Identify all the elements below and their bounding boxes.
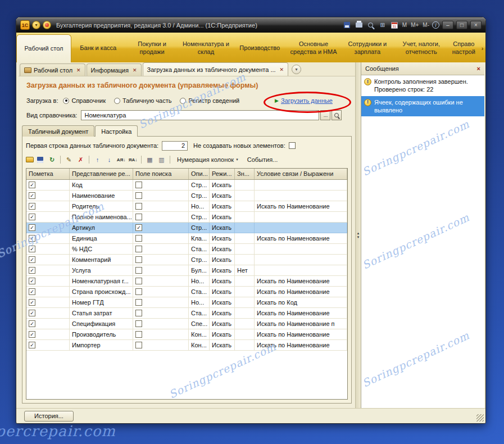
table-row[interactable]: ✓УслугаБул...ИскатьНет bbox=[26, 265, 347, 276]
column-header[interactable]: Зн... bbox=[235, 169, 255, 179]
open-catalog-button[interactable] bbox=[332, 110, 342, 120]
load-target-radio[interactable]: Регистр сведений bbox=[180, 97, 239, 104]
memory-minus-button[interactable]: M- bbox=[421, 22, 430, 28]
document-tab[interactable]: Загрузка данных из табличного документа … bbox=[143, 62, 289, 76]
search-field-checkbox[interactable] bbox=[135, 320, 142, 327]
events-button[interactable]: События... bbox=[243, 155, 282, 165]
column-header[interactable]: Условие связи / Выражени bbox=[255, 169, 347, 179]
load-target-radio[interactable]: Справочник bbox=[63, 97, 106, 104]
search-button[interactable] bbox=[366, 21, 376, 30]
table-row[interactable]: ✓Номер ГТДНо...ИскатьИскать по Код bbox=[26, 297, 347, 308]
section-tab[interactable]: Производство bbox=[233, 34, 287, 62]
load-target-radio[interactable]: Табличную часть bbox=[114, 97, 171, 104]
resize-grip[interactable] bbox=[476, 414, 484, 422]
table-row[interactable]: ✓Артикул✓Стр...Искать bbox=[26, 223, 347, 233]
table-row[interactable]: ✓Статья затратСта...ИскатьИскать по Наим… bbox=[26, 308, 347, 319]
first-row-input[interactable]: 2 bbox=[162, 141, 188, 151]
search-field-checkbox[interactable] bbox=[135, 288, 142, 295]
section-tab[interactable]: Справо настрой bbox=[448, 34, 479, 62]
marked-checkbox[interactable]: ✓ bbox=[29, 320, 35, 327]
search-field-checkbox[interactable] bbox=[135, 310, 142, 316]
table-row[interactable]: ✓Номенклатурная г...Но...ИскатьИскать по… bbox=[26, 276, 347, 287]
table-row[interactable]: ✓РодительНо...ИскатьИскать по Наименован… bbox=[26, 201, 347, 212]
calculator-button[interactable]: ⊞ bbox=[378, 21, 388, 30]
print-button[interactable] bbox=[354, 21, 364, 30]
marked-checkbox[interactable]: ✓ bbox=[29, 342, 35, 348]
marked-checkbox[interactable]: ✓ bbox=[29, 224, 35, 231]
marked-checkbox[interactable]: ✓ bbox=[29, 278, 35, 284]
table-row[interactable]: ✓% НДССта...Искать bbox=[26, 244, 347, 255]
section-tab[interactable]: Сотрудники и зарплата bbox=[340, 34, 394, 62]
refresh-icon[interactable]: ↻ bbox=[47, 155, 57, 165]
section-tab[interactable]: Номенклатура и склад bbox=[179, 34, 233, 62]
save-file-icon[interactable] bbox=[35, 155, 46, 165]
document-tab[interactable]: Информация✕ bbox=[87, 64, 142, 76]
open-file-icon[interactable] bbox=[26, 157, 34, 162]
memory-plus-button[interactable]: M+ bbox=[410, 22, 420, 28]
table-row[interactable]: ✓ПроизводительКон...ИскатьИскать по Наим… bbox=[26, 329, 347, 340]
table-row[interactable]: ✓Полное наименова...Стр...Искать bbox=[26, 212, 347, 223]
search-field-checkbox[interactable]: ✓ bbox=[135, 224, 142, 231]
close-messages-icon[interactable]: × bbox=[477, 65, 480, 72]
main-menu-button[interactable]: ▾ bbox=[32, 21, 40, 29]
table-row[interactable]: ✓КодСтр...Искать bbox=[26, 180, 347, 191]
column-header[interactable]: Режи... bbox=[210, 169, 235, 179]
search-field-checkbox[interactable] bbox=[135, 267, 142, 274]
marked-checkbox[interactable]: ✓ bbox=[29, 235, 35, 242]
message-item[interactable]: !Контроль заполнения завершен. Проверено… bbox=[361, 75, 484, 96]
choose-button[interactable]: ... bbox=[320, 110, 330, 120]
form-splitter-scrollbar[interactable]: ▲ ▼ bbox=[355, 62, 361, 408]
sort-desc-icon[interactable]: ЯА↓ bbox=[128, 155, 138, 165]
marked-checkbox[interactable]: ✓ bbox=[29, 182, 35, 188]
marked-checkbox[interactable]: ✓ bbox=[29, 246, 35, 252]
section-tab[interactable]: Банк и касса bbox=[71, 34, 125, 62]
section-tab[interactable]: Основные средства и НМА bbox=[287, 34, 340, 62]
close-tab-icon[interactable]: ✕ bbox=[280, 67, 284, 73]
catalog-kind-input[interactable]: Номенклатура bbox=[81, 110, 319, 120]
history-button[interactable]: История... bbox=[24, 411, 74, 422]
table-row[interactable]: ✓КомментарийСтр...Искать bbox=[26, 255, 347, 265]
marked-checkbox[interactable]: ✓ bbox=[29, 310, 35, 316]
column-numbering-button[interactable]: Нумерация колонок ▾ bbox=[173, 155, 242, 165]
search-field-checkbox[interactable] bbox=[135, 331, 142, 338]
search-field-checkbox[interactable] bbox=[135, 342, 142, 348]
search-field-checkbox[interactable] bbox=[135, 246, 142, 252]
close-button[interactable]: × bbox=[470, 21, 482, 29]
section-tab[interactable]: Учет, налоги, отчетность bbox=[394, 34, 448, 62]
marked-checkbox[interactable]: ✓ bbox=[29, 203, 35, 210]
document-tab[interactable]: Рабочий стол✕ bbox=[20, 64, 85, 76]
table-row[interactable]: ✓Страна происхожд...Ста...ИскатьИскать п… bbox=[26, 287, 347, 297]
search-field-checkbox[interactable] bbox=[135, 278, 142, 284]
table-row[interactable]: ✓СпецификацияСпе...ИскатьИскать по Наиме… bbox=[26, 319, 347, 329]
info-button[interactable]: i bbox=[432, 21, 439, 29]
maximize-button[interactable]: □ bbox=[456, 21, 467, 29]
save-button[interactable] bbox=[342, 21, 352, 30]
move-down-icon[interactable]: ↓ bbox=[104, 155, 115, 165]
minimize-button[interactable]: – bbox=[442, 21, 453, 29]
table-row[interactable]: ✓НаименованиеСтр...Искать bbox=[26, 191, 347, 201]
search-field-checkbox[interactable] bbox=[135, 192, 142, 199]
marked-checkbox[interactable]: ✓ bbox=[29, 256, 35, 263]
search-field-checkbox[interactable] bbox=[135, 256, 142, 263]
calendar-button[interactable]: 31 bbox=[389, 21, 399, 30]
form-tab[interactable]: Настройка bbox=[95, 125, 138, 137]
marked-checkbox[interactable]: ✓ bbox=[29, 288, 35, 295]
copy-columns-icon[interactable]: ▦ bbox=[144, 155, 155, 165]
sort-asc-icon[interactable]: АЯ↓ bbox=[116, 155, 126, 165]
memory-button[interactable]: M bbox=[401, 22, 408, 28]
close-tab-icon[interactable]: ✕ bbox=[76, 67, 81, 73]
table-row[interactable]: ✓ИмпортерКон...ИскатьИскать по Наименова… bbox=[26, 340, 347, 351]
column-header[interactable]: Пометка bbox=[26, 169, 70, 179]
search-field-checkbox[interactable] bbox=[135, 299, 142, 306]
edit-icon[interactable]: ✎ bbox=[63, 155, 74, 165]
section-tabs-overflow-icon[interactable]: › bbox=[479, 34, 485, 62]
marked-checkbox[interactable]: ✓ bbox=[29, 192, 35, 199]
message-item[interactable]: !Ячеек, содержащих ошибки не выявлено bbox=[361, 96, 484, 117]
search-field-checkbox[interactable] bbox=[135, 214, 142, 220]
no-new-elements-checkbox[interactable] bbox=[289, 142, 296, 149]
close-tab-icon[interactable]: ✕ bbox=[133, 67, 137, 73]
marked-checkbox[interactable]: ✓ bbox=[29, 299, 35, 306]
section-tab[interactable]: Покупки и продажи bbox=[125, 34, 179, 62]
favorites-button[interactable] bbox=[43, 21, 51, 29]
load-data-link[interactable]: Загрузить данные bbox=[281, 97, 333, 104]
